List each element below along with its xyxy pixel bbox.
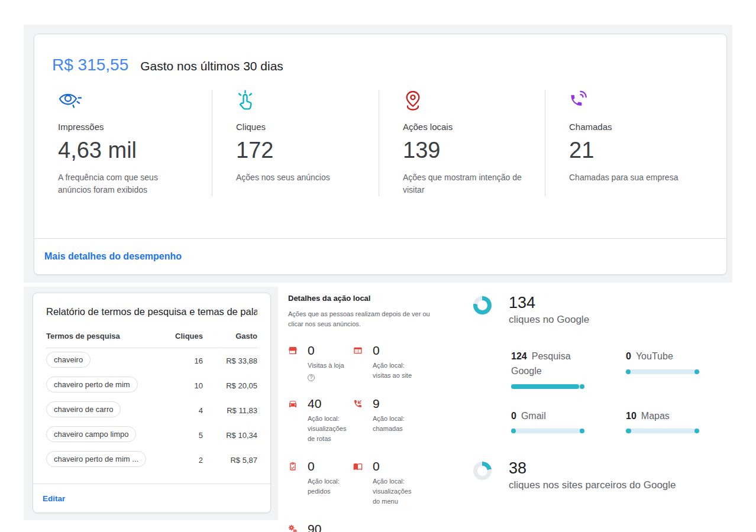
phone-callback-icon [353,399,363,408]
metric-label: Ações locais [403,122,534,132]
local-actions-grid: 0 Visitas à loja ? 0 Ação local: visitas… [288,343,466,532]
row-clicks: 5 [161,431,203,440]
local-action-label: Ação local: chamadas [373,414,418,434]
spend-amount: R$ 315,55 [52,56,128,74]
google-clicks-value: 134 [509,294,589,312]
bar-end-dot [580,429,584,433]
metric-description: Ações que mostram intenção de visitar [403,171,530,196]
metric-description: Chamadas para sua empresa [569,171,696,184]
local-action-calls: 9 Ação local: chamadas [353,397,457,444]
search-terms-card: Relatório de termos de pesquisa e temas … [33,293,271,513]
platform-progress-bar [626,369,699,374]
metric-label: Impressões [58,122,201,132]
platform-youtube: 0YouTube [626,349,702,389]
metric-calls: Chamadas 21 Chamadas para sua empresa [545,90,728,196]
bar-end-dot [694,429,699,433]
clicks-breakdown-panel: 134 cliques no Google 124Pesquisa Google… [473,294,734,491]
ads-performance-dashboard: R$ 315,55 Gasto nos últimos 30 dias Impr… [0,0,756,532]
metric-description: Ações nos seus anúncios [236,171,363,184]
local-actions-subtitle: Ações que as pessoas realizam depois de … [288,309,443,329]
edit-link[interactable]: Editar [43,494,65,503]
platform-value: 0 [511,411,516,421]
metric-clicks: Cliques 172 Ações nos seus anúncios [212,90,379,196]
metric-local-actions: Ações locais 139 Ações que mostram inten… [379,90,545,196]
local-action-label: Ação local: visualizações de rotas [308,414,353,444]
local-action-other: 90 Outras ações locais ? [288,522,353,532]
metric-label: Cliques [236,122,368,132]
help-icon[interactable]: ? [308,374,315,381]
local-action-direction-views: 40 Ação local: visualizações de rotas [288,397,353,444]
column-header-spend: Gasto [203,332,257,340]
row-spend: R$ 10,34 [203,431,257,440]
clipboard-check-icon [288,462,298,471]
search-term-chip[interactable]: chaveiro [46,352,91,368]
phone-waves-icon [569,90,717,116]
spend-caption: Gasto nos últimos 30 dias [140,59,283,73]
table-row: chaveiro de carro 4 R$ 11,83 [46,398,257,423]
local-action-menu-views: 0 Ação local: visualizações do menu [353,459,457,507]
metric-label: Chamadas [569,122,717,132]
google-clicks-summary: 134 cliques no Google [473,294,734,326]
row-clicks: 2 [161,456,203,465]
platform-google-search: 124Pesquisa Google [511,349,587,389]
row-clicks: 16 [161,356,203,365]
row-spend: R$ 5,87 [203,456,257,465]
performance-details-link[interactable]: Mais detalhes do desempenho [44,251,182,261]
gears-icon [288,524,298,532]
bar-end-dot [580,384,584,389]
menu-book-icon [353,462,363,471]
table-row: chaveiro perto de mim 10 R$ 20,05 [46,373,257,398]
google-clicks-label: cliques no Google [509,314,589,326]
search-terms-content: Relatório de termos de pesquisa e temas … [33,293,270,472]
local-action-value: 9 [373,397,418,411]
search-term-chip[interactable]: chaveiro perto de mim ... [46,451,146,467]
local-action-store-visits: 0 Visitas à loja ? [288,343,353,381]
metric-description: A frequência com que seus anúncios foram… [58,171,185,196]
local-actions-panel: Detalhes da ação local Ações que as pess… [288,294,466,532]
partner-clicks-donut-chart [473,462,492,480]
eye-impressions-icon [58,90,201,116]
partner-clicks-summary: 38 cliques nos sites parceiros do Google [473,459,734,491]
table-header: Termos de pesquisa Cliques Gasto [46,332,257,348]
search-term-chip[interactable]: chaveiro campo limpo [46,426,136,442]
search-terms-title: Relatório de termos de pesquisa e temas … [46,306,257,317]
platform-label: YouTube [636,351,673,361]
local-action-value: 90 [308,522,353,532]
table-row: chaveiro campo limpo 5 R$ 10,34 [46,423,257,447]
row-clicks: 4 [161,406,203,415]
local-actions-title: Detalhes da ação local [288,294,466,303]
column-header-terms: Termos de pesquisa [46,332,161,340]
metric-value: 4,63 mil [58,138,201,163]
tap-clicks-icon [236,90,368,116]
local-action-value: 0 [308,343,353,358]
platform-progress-bar [511,429,584,433]
platform-value: 0 [626,351,631,361]
row-spend: R$ 33,88 [203,356,257,365]
partner-clicks-label: cliques nos sites parceiros do Google [509,479,676,491]
partner-clicks-value: 38 [509,459,676,478]
platform-breakdown-grid: 124Pesquisa Google 0YouTube 0Gmail [511,349,734,433]
summary-footer: Mais detalhes do desempenho [34,238,726,274]
row-clicks: 10 [161,381,203,390]
search-term-chip[interactable]: chaveiro de carro [46,401,121,417]
platform-progress-bar [626,429,699,433]
local-action-label: Visitas à loja ? [308,361,353,381]
platform-value: 124 [511,351,527,361]
local-action-label: Ação local: visualizações do menu [373,476,418,507]
storefront-icon [288,346,298,355]
web-icon [353,346,363,355]
search-term-chip[interactable]: chaveiro perto de mim [46,377,138,392]
search-terms-footer: Editar [33,484,270,512]
local-action-value: 0 [373,343,418,358]
platform-progress-bar [511,384,584,389]
local-action-value: 0 [373,459,418,473]
car-icon [288,399,298,408]
platform-label: Gmail [521,411,546,421]
metric-value: 172 [236,138,368,163]
location-pin-icon [403,90,534,116]
platform-label: Mapas [641,411,670,421]
platform-gmail: 0Gmail [511,409,587,434]
spend-header: R$ 315,55 Gasto nos últimos 30 dias [34,34,726,74]
metric-value: 139 [403,138,534,163]
local-action-value: 40 [308,397,353,411]
